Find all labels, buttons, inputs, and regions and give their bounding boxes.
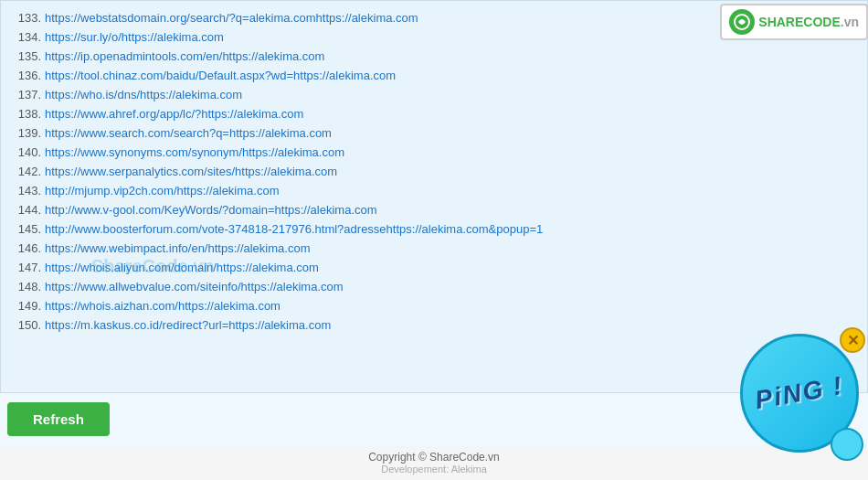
list-item-link[interactable]: https://ip.openadmintools.com/en/https:/… [45,49,324,63]
list-item-number: 149. [12,299,41,313]
list-item-link[interactable]: https://www.webimpact.info/en/https://al… [45,241,310,255]
list-item: 137.https://who.is/dns/https://alekima.c… [12,85,856,104]
list-item: 145.http://www.boosterforum.com/vote-374… [12,219,856,239]
list-item-number: 134. [12,30,41,44]
share-icon [734,14,750,30]
refresh-button[interactable]: Refresh [7,402,110,436]
developer-text: Developement: Alekima [5,464,863,475]
list-item: 140.https://www.synonyms.com/synonym/htt… [12,143,856,162]
logo-text: SHARECODE.vn [758,15,859,29]
logo-icon [729,9,755,35]
list-item-link[interactable]: https://m.kaskus.co.id/redirect?url=http… [45,318,331,332]
list-item-link[interactable]: https://www.allwebvalue.com/siteinfo/htt… [45,280,344,293]
ping-circle: ✕ PiNG ! [740,334,859,453]
list-item-number: 148. [12,280,41,293]
logo-suffix: .vn [841,15,859,29]
list-item: 147.https://whois.aliyun.com/domain/http… [12,258,856,277]
list-item: 136.https://tool.chinaz.com/baidu/Defaul… [12,66,856,85]
list-item: 146.https://www.webimpact.info/en/https:… [12,239,856,258]
logo-area: SHARECODE.vn [720,4,868,40]
list-item: 135.https://ip.openadmintools.com/en/htt… [12,47,856,66]
ping-small-circle-decoration [831,428,863,461]
close-icon[interactable]: ✕ [840,327,865,353]
list-item-number: 133. [12,11,41,25]
list-item-number: 140. [12,145,41,159]
list-item-link[interactable]: https://www.synonyms.com/synonym/https:/… [45,145,344,159]
list-item-link[interactable]: https://www.serpanalytics.com/sites/http… [45,165,337,178]
list-item: 149.https://whois.aizhan.com/https://ale… [12,296,856,315]
list-item: 138.https://www.ahref.org/app/lc/?https:… [12,104,856,123]
list-item-link[interactable]: https://whois.aliyun.com/domain/https://… [45,261,319,274]
list-item-number: 142. [12,165,41,178]
list-item-link[interactable]: https://who.is/dns/https://alekima.com [45,88,242,101]
list-item-number: 147. [12,261,41,274]
footer: Copyright © ShareCode.vn Developement: A… [0,445,868,480]
list-item: 139.https://www.search.com/search?q=http… [12,123,856,143]
list-item-link[interactable]: https://sur.ly/o/https://alekima.com [45,30,224,44]
list-item-link[interactable]: http://mjump.vip2ch.com/https://alekima.… [45,184,279,197]
list-item-link[interactable]: https://whois.aizhan.com/https://alekima… [45,299,281,313]
list-item-link[interactable]: http://www.v-gool.com/KeyWords/?domain=h… [45,203,377,217]
list-item: 150.https://m.kaskus.co.id/redirect?url=… [12,315,856,335]
link-list: 133.https://webstatsdomain.org/search/?q… [12,8,856,335]
list-item: 144.http://www.v-gool.com/KeyWords/?doma… [12,200,856,219]
list-item-number: 137. [12,88,41,101]
logo-brand: SHARECODE [758,15,840,29]
list-item: 142.https://www.serpanalytics.com/sites/… [12,162,856,181]
list-item-link[interactable]: https://webstatsdomain.org/search/?q=ale… [45,11,418,25]
list-item-number: 135. [12,49,41,63]
ping-text: PiNG ! [753,371,846,415]
list-item-number: 136. [12,69,41,82]
list-item-number: 144. [12,203,41,217]
list-item-number: 146. [12,241,41,255]
ping-decoration: ✕ PiNG ! [740,334,859,453]
list-item: 143.http://mjump.vip2ch.com/https://alek… [12,181,856,200]
list-item-number: 139. [12,126,41,140]
list-item-link[interactable]: https://www.ahref.org/app/lc/?https://al… [45,107,303,121]
list-item-link[interactable]: http://www.boosterforum.com/vote-374818-… [45,222,543,236]
copyright-text: Copyright © ShareCode.vn [5,451,863,464]
list-item-number: 150. [12,318,41,332]
list-item-link[interactable]: https://www.search.com/search?q=https://… [45,126,332,140]
list-item: 148.https://www.allwebvalue.com/siteinfo… [12,277,856,296]
list-item-number: 143. [12,184,41,197]
list-item-number: 138. [12,107,41,121]
list-item-number: 145. [12,222,41,236]
links-container: 133.https://webstatsdomain.org/search/?q… [0,0,868,393]
list-item-link[interactable]: https://tool.chinaz.com/baidu/Default.as… [45,69,396,82]
